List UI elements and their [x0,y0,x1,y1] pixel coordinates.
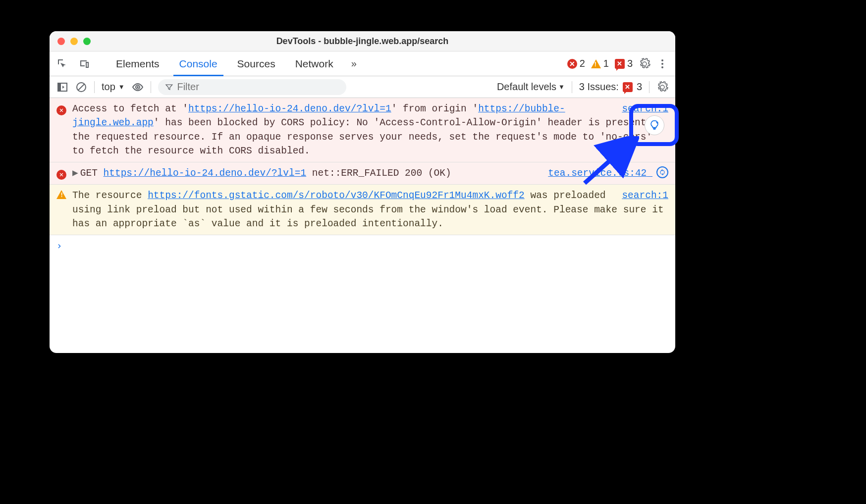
console-messages: ✕ search:1 Access to fetch at 'https://h… [50,98,675,353]
message-text-pre: GET [80,168,104,179]
console-prompt[interactable]: › [50,235,675,256]
warning-count: 1 [603,58,609,69]
svg-line-6 [78,84,84,90]
issue-count: 3 [627,58,633,69]
error-count: 2 [580,58,585,69]
message-text-pre: Access to fetch at ' [72,103,188,114]
url-link[interactable]: https://hello-io-24.deno.dev/?lvl=1 [188,103,391,114]
url-link[interactable]: https://fonts.gstatic.com/s/roboto/v30/K… [148,190,525,201]
message-text-mid: ' from origin ' [391,103,479,114]
message-text-post: ' has been blocked by CORS policy: No 'A… [72,117,664,156]
replay-xhr-icon[interactable] [656,166,668,178]
window-title: DevTools - bubble-jingle.web.app/search [50,36,675,47]
message-text-post: net::ERR_FAILED 200 (OK) [306,168,451,179]
issues-count: 3 [637,81,642,93]
devtools-window: DevTools - bubble-jingle.web.app/search … [50,31,675,353]
settings-icon[interactable] [639,58,650,70]
issues-summary[interactable]: 3 Issues: ✕ 3 [579,81,642,93]
tab-sources[interactable]: Sources [227,51,285,76]
issues-label: 3 Issues: [579,81,619,93]
context-label: top [102,81,115,93]
svg-point-0 [661,59,663,61]
divider [94,81,95,93]
source-link[interactable]: tea.service.ts:42 [548,166,668,180]
tab-elements[interactable]: Elements [106,51,169,76]
chevron-down-icon: ▼ [558,83,565,91]
titlebar: DevTools - bubble-jingle.web.app/search [50,31,675,51]
svg-rect-4 [58,83,61,91]
more-options-icon[interactable] [656,58,668,70]
maximize-window-button[interactable] [83,38,91,45]
warning-icon [591,59,601,68]
message-text-pre: The resource [72,190,148,201]
console-warning-message[interactable]: search:1 The resource https://fonts.gsta… [50,185,675,235]
filter-input[interactable] [177,81,339,93]
issue-icon: ✕ [623,82,633,92]
error-icon: ✕ [56,170,66,180]
warning-count-badge[interactable]: 1 [591,58,609,69]
divider [572,81,572,93]
levels-label: Default levels [497,81,556,93]
tab-console[interactable]: Console [169,51,227,76]
error-icon: ✕ [567,59,577,69]
error-icon: ✕ [56,105,66,115]
filter-icon [165,81,173,93]
svg-point-1 [661,63,663,65]
filter-input-wrap[interactable] [158,79,346,95]
more-tabs-button[interactable]: » [343,51,365,76]
console-toolbar: top ▼ Default levels ▼ 3 Issues: ✕ 3 [50,76,675,98]
tab-network[interactable]: Network [285,51,343,76]
execution-context-dropdown[interactable]: top ▼ [102,81,125,93]
console-settings-icon[interactable] [656,81,668,93]
expand-triangle-icon[interactable]: ▶ [72,168,78,179]
issue-count-badge[interactable]: ✕ 3 [615,58,633,69]
toggle-sidebar-icon[interactable] [56,81,68,93]
chevron-down-icon: ▼ [118,83,125,91]
close-window-button[interactable] [57,38,65,45]
svg-point-2 [661,66,663,68]
console-error-message[interactable]: ✕ tea.service.ts:42 ▶GET https://hello-i… [50,162,675,185]
issue-icon: ✕ [615,59,625,69]
prompt-glyph: › [56,240,62,251]
live-expression-icon[interactable] [132,81,144,93]
error-count-badge[interactable]: ✕ 2 [567,58,585,69]
console-error-message[interactable]: ✕ search:1 Access to fetch at 'https://h… [50,98,675,162]
svg-point-7 [137,86,139,88]
traffic-lights [50,38,91,45]
url-link[interactable]: https://hello-io-24.deno.dev/?lvl=1 [104,168,307,179]
clear-console-icon[interactable] [75,81,87,93]
device-toolbar-icon[interactable] [78,58,90,70]
ai-insights-button[interactable] [645,115,664,135]
inspect-icon[interactable] [56,58,68,70]
panel-tabs-bar: Elements Console Sources Network » ✕ 2 1… [50,51,675,76]
log-levels-dropdown[interactable]: Default levels ▼ [497,81,565,93]
source-link[interactable]: search:1 [622,102,668,116]
minimize-window-button[interactable] [70,38,78,45]
divider [151,81,151,93]
warning-icon [56,190,66,199]
divider [649,81,650,93]
source-link[interactable]: search:1 [622,189,668,202]
